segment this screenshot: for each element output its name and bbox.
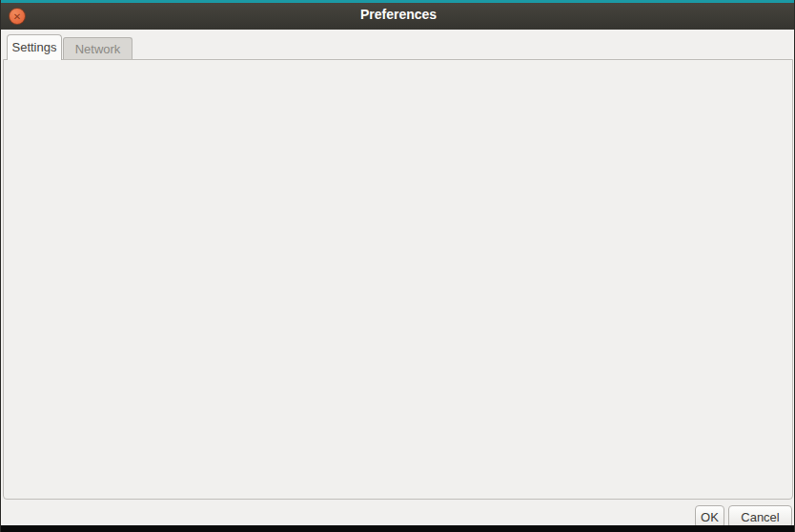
close-icon[interactable]: ✕ (9, 8, 26, 25)
titlebar[interactable]: Preferences ✕ (1, 0, 795, 30)
preferences-dialog: Preferences ✕ Settings Network Sketchboo… (0, 0, 795, 532)
window-bottom-edge (1, 525, 795, 532)
window-title: Preferences (1, 7, 795, 22)
titlebar-accent-strip (1, 0, 795, 3)
settings-panel (3, 59, 793, 500)
tab-network[interactable]: Network (63, 37, 132, 60)
tab-settings[interactable]: Settings (7, 34, 62, 60)
